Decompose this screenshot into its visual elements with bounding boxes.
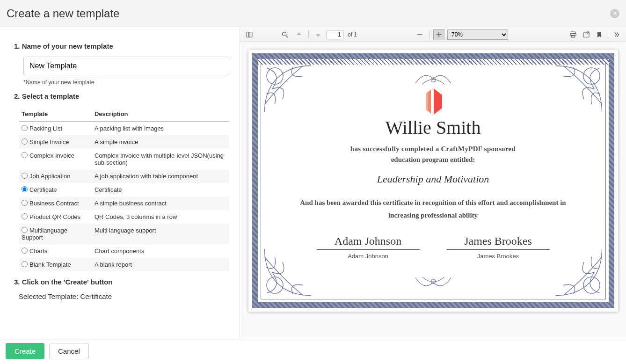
template-option[interactable]: Business Contract bbox=[22, 200, 79, 207]
col-description-header: Description bbox=[92, 107, 229, 122]
modal-footer: Create Cancel bbox=[0, 338, 626, 364]
template-option[interactable]: Blank Template bbox=[22, 261, 71, 268]
open-file-button[interactable] bbox=[581, 29, 592, 40]
svg-rect-7 bbox=[572, 35, 575, 37]
template-description: A blank report bbox=[92, 258, 229, 271]
certificate-line2: education program entitled: bbox=[275, 156, 591, 164]
signature-1-script: Adam Johnson bbox=[317, 235, 420, 248]
template-radio[interactable] bbox=[22, 227, 28, 233]
template-description: Chart components bbox=[92, 244, 229, 258]
signature-2: James Brookes James Brookes bbox=[447, 235, 550, 260]
template-radio[interactable] bbox=[22, 125, 28, 131]
template-name-label: Charts bbox=[29, 248, 47, 255]
template-radio[interactable] bbox=[22, 261, 28, 267]
template-description: Multi language support bbox=[92, 224, 229, 244]
zoom-select[interactable]: 70% bbox=[447, 29, 508, 40]
template-radio[interactable] bbox=[22, 138, 28, 145]
ornament-bottom-flourish bbox=[411, 273, 455, 296]
template-radio[interactable] bbox=[22, 248, 28, 254]
next-page-button[interactable] bbox=[313, 29, 324, 40]
table-row: ChartsChart components bbox=[19, 244, 229, 258]
template-description: A job application with table component bbox=[92, 169, 229, 183]
minus-icon bbox=[416, 31, 423, 38]
template-radio[interactable] bbox=[22, 213, 28, 219]
ornament-corner-tl bbox=[262, 63, 313, 115]
table-row: Packing ListA packing list with images bbox=[19, 122, 229, 136]
svg-rect-4 bbox=[438, 32, 439, 37]
svg-rect-8 bbox=[583, 33, 589, 37]
certificate-line1: has successfully completed a CraftMyPDF … bbox=[275, 145, 591, 153]
svg-line-1 bbox=[286, 36, 288, 37]
create-button[interactable]: Create bbox=[6, 343, 44, 359]
preview-area[interactable]: Willie Smith has successfully completed … bbox=[240, 42, 626, 338]
ornament-corner-bl bbox=[262, 247, 313, 298]
template-name-helper: *Name of your new template bbox=[23, 79, 230, 86]
template-name-label: Complex Invoice bbox=[29, 152, 74, 159]
certificate-recipient: Willie Smith bbox=[275, 116, 591, 138]
certificate-course: Leadership and Motivation bbox=[275, 173, 591, 185]
table-row: CertificateCertificate bbox=[19, 183, 229, 197]
page-number-input[interactable] bbox=[327, 30, 343, 39]
template-description: A packing list with images bbox=[92, 122, 229, 136]
template-radio[interactable] bbox=[22, 173, 28, 179]
template-name-input[interactable] bbox=[23, 57, 229, 75]
find-button[interactable] bbox=[279, 29, 291, 40]
template-table: Template Description Packing ListA packi… bbox=[19, 107, 229, 271]
template-option[interactable]: Charts bbox=[22, 248, 47, 255]
print-button[interactable] bbox=[568, 29, 579, 40]
open-icon bbox=[582, 31, 590, 38]
cancel-button[interactable]: Cancel bbox=[49, 343, 89, 359]
step2-heading: 2. Select a template bbox=[14, 92, 230, 100]
template-radio[interactable] bbox=[22, 200, 28, 206]
template-radio[interactable] bbox=[22, 152, 28, 158]
svg-rect-2 bbox=[417, 34, 422, 35]
separator bbox=[429, 30, 429, 39]
table-row: Multilanguage SupportMulti language supp… bbox=[19, 224, 229, 244]
table-row: Job ApplicationA job application with ta… bbox=[19, 169, 229, 183]
prev-page-button[interactable] bbox=[293, 29, 305, 40]
tools-menu-button[interactable] bbox=[611, 29, 622, 40]
bookmark-button[interactable] bbox=[594, 29, 605, 40]
plus-icon bbox=[435, 31, 443, 38]
search-icon bbox=[281, 31, 289, 38]
bookmark-icon bbox=[596, 31, 603, 38]
svg-point-11 bbox=[266, 277, 283, 293]
template-name-label: Business Contract bbox=[29, 200, 79, 207]
template-option[interactable]: Simple Invoice bbox=[22, 138, 69, 146]
close-icon: ✕ bbox=[612, 10, 618, 17]
modal-body: 1. Name of your new template *Name of yo… bbox=[0, 27, 626, 338]
template-option[interactable]: Complex Invoice bbox=[22, 152, 74, 159]
zoom-out-button[interactable] bbox=[414, 29, 425, 40]
arrow-up-icon bbox=[295, 31, 303, 38]
template-option[interactable]: Job Application bbox=[22, 173, 70, 180]
template-description: Certificate bbox=[92, 183, 229, 197]
create-template-modal: Create a new template ✕ 1. Name of your … bbox=[0, 0, 626, 364]
svg-rect-6 bbox=[570, 33, 576, 36]
template-option[interactable]: Multilanguage Support bbox=[22, 227, 67, 241]
ornament-corner-tr bbox=[553, 63, 604, 115]
ornament-corner-br bbox=[553, 247, 604, 298]
svg-point-14 bbox=[431, 279, 436, 284]
selected-template-label: Selected Template: bbox=[19, 292, 80, 300]
table-row: Business ContractA simple business contr… bbox=[19, 197, 229, 210]
template-name-label: Job Application bbox=[29, 173, 70, 180]
certificate-award-text: And has been awarded this certificate in… bbox=[275, 197, 591, 222]
zoom-in-button[interactable] bbox=[433, 29, 444, 40]
selected-template-line: Selected Template: Certificate bbox=[19, 292, 230, 300]
printer-icon bbox=[569, 31, 577, 38]
step1-heading: 1. Name of your new template bbox=[14, 42, 230, 50]
table-row: Blank TemplateA blank report bbox=[19, 258, 229, 271]
sidebar-toggle-button[interactable] bbox=[244, 29, 255, 40]
arrow-down-icon bbox=[314, 31, 322, 38]
signature-1-name: Adam Johnson bbox=[317, 249, 420, 260]
template-description: A simple business contract bbox=[92, 197, 229, 210]
template-option[interactable]: Certificate bbox=[22, 186, 57, 193]
svg-point-0 bbox=[283, 32, 286, 36]
template-option[interactable]: Product QR Codes bbox=[22, 213, 80, 220]
template-option[interactable]: Packing List bbox=[22, 125, 62, 132]
ornament-top-flourish bbox=[411, 65, 455, 88]
signature-2-name: James Brookes bbox=[447, 249, 550, 260]
svg-point-9 bbox=[266, 68, 283, 84]
close-button[interactable]: ✕ bbox=[610, 9, 619, 18]
template-radio[interactable] bbox=[22, 186, 28, 192]
